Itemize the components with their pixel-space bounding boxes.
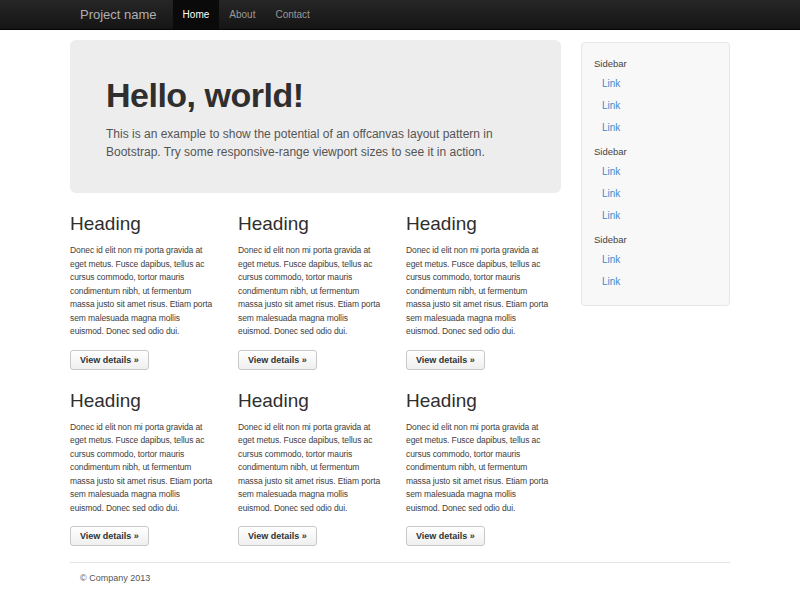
navbar-brand[interactable]: Project name xyxy=(70,0,173,29)
view-details-button[interactable]: View details » xyxy=(238,350,317,370)
content-row: Hello, world! This is an example to show… xyxy=(70,40,730,546)
navbar: Project name Home About Contact xyxy=(0,0,800,30)
card-body-text: Donec id elit non mi porta gravida at eg… xyxy=(406,244,551,339)
view-details-button[interactable]: View details » xyxy=(238,526,317,546)
card-body-text: Donec id elit non mi porta gravida at eg… xyxy=(238,421,383,516)
sidebar-link[interactable]: Link xyxy=(582,183,729,205)
page-container: Hello, world! This is an example to show… xyxy=(70,40,730,600)
cards-row-2: Heading Donec id elit non mi porta gravi… xyxy=(70,388,561,547)
navbar-inner: Project name Home About Contact xyxy=(70,0,730,29)
footer: © Company 2013 xyxy=(70,562,730,600)
card-body-text: Donec id elit non mi porta gravida at eg… xyxy=(70,421,215,516)
card: Heading Donec id elit non mi porta gravi… xyxy=(406,211,551,370)
card: Heading Donec id elit non mi porta gravi… xyxy=(70,388,215,547)
sidebar-group-1: Sidebar Link Link Link xyxy=(582,51,729,139)
card-body-text: Donec id elit non mi porta gravida at eg… xyxy=(406,421,551,516)
sidebar-group-3: Sidebar Link Link xyxy=(582,227,729,293)
card-heading: Heading xyxy=(238,213,383,235)
sidebar-group-label: Sidebar xyxy=(582,51,729,73)
view-details-button[interactable]: View details » xyxy=(70,526,149,546)
sidebar-link[interactable]: Link xyxy=(582,271,729,293)
jumbotron: Hello, world! This is an example to show… xyxy=(70,40,561,193)
card-heading: Heading xyxy=(238,390,383,412)
card-heading: Heading xyxy=(70,390,215,412)
sidebar-link[interactable]: Link xyxy=(582,161,729,183)
card: Heading Donec id elit non mi porta gravi… xyxy=(238,388,383,547)
sidebar: Sidebar Link Link Link Sidebar Link Link… xyxy=(581,42,730,306)
sidebar-group-label: Sidebar xyxy=(582,227,729,249)
view-details-button[interactable]: View details » xyxy=(406,526,485,546)
nav-item-contact: Contact xyxy=(265,0,319,29)
card-body-text: Donec id elit non mi porta gravida at eg… xyxy=(238,244,383,339)
card-body-text: Donec id elit non mi porta gravida at eg… xyxy=(70,244,215,339)
nav-link-about[interactable]: About xyxy=(219,0,265,29)
sidebar-link[interactable]: Link xyxy=(582,117,729,139)
nav-item-about: About xyxy=(219,0,265,29)
copyright-text: © Company 2013 xyxy=(80,573,730,583)
sidebar-group-label: Sidebar xyxy=(582,139,729,161)
view-details-button[interactable]: View details » xyxy=(70,350,149,370)
sidebar-column: Sidebar Link Link Link Sidebar Link Link… xyxy=(581,42,730,306)
card-heading: Heading xyxy=(406,390,551,412)
card: Heading Donec id elit non mi porta gravi… xyxy=(238,211,383,370)
sidebar-link[interactable]: Link xyxy=(582,95,729,117)
view-details-button[interactable]: View details » xyxy=(406,350,485,370)
card: Heading Donec id elit non mi porta gravi… xyxy=(406,388,551,547)
card-heading: Heading xyxy=(70,213,215,235)
nav-item-home: Home xyxy=(173,0,220,29)
page-title: Hello, world! xyxy=(106,76,527,115)
card-heading: Heading xyxy=(406,213,551,235)
sidebar-link[interactable]: Link xyxy=(582,73,729,95)
nav-link-contact[interactable]: Contact xyxy=(265,0,319,29)
nav-link-home[interactable]: Home xyxy=(173,0,220,29)
navbar-menu: Home About Contact xyxy=(173,0,320,29)
jumbotron-description: This is an example to show the potential… xyxy=(106,125,524,161)
cards-row-1: Heading Donec id elit non mi porta gravi… xyxy=(70,211,561,370)
sidebar-link[interactable]: Link xyxy=(582,205,729,227)
main-column: Hello, world! This is an example to show… xyxy=(70,40,561,546)
sidebar-group-2: Sidebar Link Link Link xyxy=(582,139,729,227)
card: Heading Donec id elit non mi porta gravi… xyxy=(70,211,215,370)
sidebar-link[interactable]: Link xyxy=(582,249,729,271)
